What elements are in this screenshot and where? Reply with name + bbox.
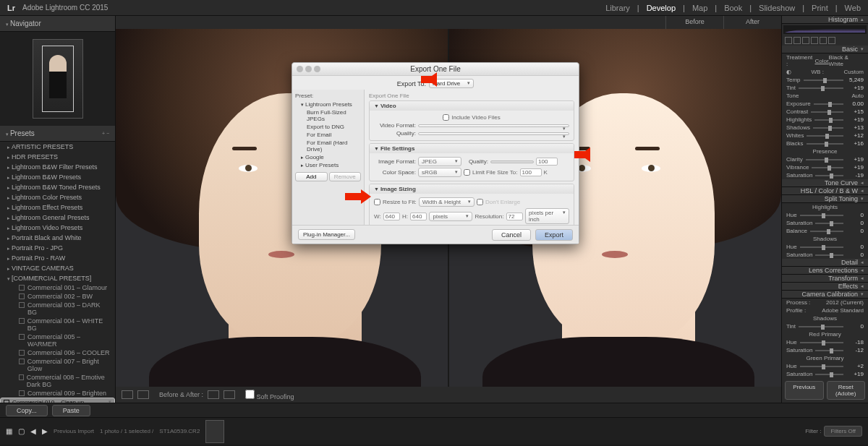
loupe-icon[interactable] xyxy=(122,390,133,399)
swap-icon[interactable] xyxy=(208,390,219,399)
crop-icon[interactable] xyxy=(785,37,792,44)
preset-item[interactable]: Commercial 005 – WARMER xyxy=(0,333,115,348)
module-develop[interactable]: Develop xyxy=(647,4,676,12)
import-label[interactable]: Previous Import xyxy=(54,428,94,434)
preset-group[interactable]: ARTISTIC PRESETS xyxy=(0,142,115,152)
tonecurve-header[interactable]: Tone Curve◂ xyxy=(782,179,868,187)
preset-item-selected[interactable]: Commercial 010 – Clean up xyxy=(0,398,115,403)
arrow-right-icon[interactable]: ▶ xyxy=(42,427,48,435)
module-book[interactable]: Book xyxy=(724,4,742,12)
radial-icon[interactable] xyxy=(820,37,827,44)
minimize-icon[interactable] xyxy=(305,66,312,72)
preset-group[interactable]: Lightroom B&W Toned Presets xyxy=(0,182,115,192)
filters-off-button[interactable]: Filters Off xyxy=(824,426,862,437)
histogram-header[interactable]: Histogram▴ xyxy=(782,16,868,24)
navigator-body[interactable] xyxy=(0,32,115,126)
cancel-button[interactable]: Cancel xyxy=(492,229,531,241)
resolution-input[interactable]: 72 xyxy=(506,213,523,220)
dialog-titlebar[interactable]: Export One File xyxy=(292,63,579,76)
module-print[interactable]: Print xyxy=(812,4,828,12)
gradient-icon[interactable] xyxy=(811,37,818,44)
unit-select[interactable]: pixels xyxy=(429,212,472,221)
preset-group[interactable]: Portrait Black and White xyxy=(0,233,115,243)
preset-group[interactable]: Lightroom Color Presets xyxy=(0,192,115,202)
preset-item[interactable]: Commercial 006 – COOLER xyxy=(0,348,115,357)
plugin-manager-button[interactable]: Plug-in Manager... xyxy=(298,229,355,240)
preset-tree-user[interactable]: User Presets xyxy=(295,161,361,169)
video-section-header[interactable]: Video xyxy=(370,101,574,111)
calibration-header[interactable]: Camera Calibration▾ xyxy=(782,291,868,299)
transform-header[interactable]: Transform◂ xyxy=(782,275,868,283)
basic-header[interactable]: Basic▾ xyxy=(782,46,868,53)
preset-group[interactable]: Portrait Pro - RAW xyxy=(0,253,115,263)
height-input[interactable]: 640 xyxy=(410,213,427,220)
preset-item[interactable]: Commercial 001 – Glamour xyxy=(0,283,115,292)
preset-group[interactable]: HDR PRESETS xyxy=(0,152,115,162)
reset-button[interactable]: Reset (Adobe) xyxy=(827,381,866,400)
file-section-header[interactable]: File Settings xyxy=(370,144,574,153)
paste-button[interactable]: Paste xyxy=(52,405,90,416)
sizing-section-header[interactable]: Image Sizing xyxy=(370,184,574,194)
redeye-icon[interactable] xyxy=(802,37,809,44)
preset-tree-item[interactable]: For Email (Hard Drive) xyxy=(295,139,361,153)
preset-tree-item[interactable]: Burn Full-Sized JPEGs xyxy=(295,108,361,123)
ppi-select[interactable]: pixels per inch xyxy=(525,208,569,224)
preset-add-button[interactable]: Add xyxy=(295,172,328,181)
preset-item[interactable]: Commercial 009 – Brighten xyxy=(0,389,115,398)
arrow-left-icon[interactable]: ◀ xyxy=(30,427,36,435)
histogram-chart[interactable] xyxy=(783,25,867,34)
navigator-thumbnail[interactable] xyxy=(33,39,83,119)
preset-group[interactable]: Lightroom Effect Presets xyxy=(0,202,115,213)
preset-item[interactable]: Commercial 002 – BW xyxy=(0,292,115,301)
preset-group-open[interactable]: [COMMERCIAL PRESETS] xyxy=(0,273,115,283)
limit-size-checkbox[interactable] xyxy=(464,169,470,176)
preset-item[interactable]: Commercial 007 – Bright Glow xyxy=(0,357,115,373)
dont-enlarge-checkbox[interactable] xyxy=(477,199,483,205)
copy-icon[interactable] xyxy=(224,390,235,399)
preset-remove-button[interactable]: Remove xyxy=(329,172,362,181)
previous-button[interactable]: Previous xyxy=(785,381,824,400)
tint-slider[interactable] xyxy=(799,87,843,89)
brush-icon[interactable] xyxy=(828,37,835,44)
preset-tree-item[interactable]: Export to DNG xyxy=(295,123,361,131)
video-quality-select[interactable] xyxy=(418,132,569,135)
preset-item[interactable]: Commercial 004 – WHITE BG xyxy=(0,317,115,333)
hsl-header[interactable]: HSL / Color / B & W◂ xyxy=(782,187,868,195)
compare-icon[interactable] xyxy=(137,390,149,399)
image-format-select[interactable]: JPEG xyxy=(418,157,461,166)
navigator-header[interactable]: ▾ Navigator xyxy=(0,16,115,32)
preset-group[interactable]: VINTAGE CAMERAS xyxy=(0,263,115,273)
secondary-icon[interactable]: ▢ xyxy=(18,427,25,435)
temp-slider[interactable] xyxy=(804,80,843,81)
zoom-icon[interactable] xyxy=(314,66,320,72)
quality-slider[interactable] xyxy=(490,160,534,163)
preset-group[interactable]: Lightroom Video Presets xyxy=(0,223,115,233)
lens-header[interactable]: Lens Corrections◂ xyxy=(782,267,868,275)
split-header[interactable]: Split Toning▾ xyxy=(782,195,868,203)
colorspace-select[interactable]: sRGB xyxy=(418,168,461,177)
eyedropper-icon[interactable]: ◐ xyxy=(786,69,791,75)
effects-header[interactable]: Effects◂ xyxy=(782,283,868,291)
quality-value[interactable]: 100 xyxy=(536,158,558,166)
preset-tree-item[interactable]: For Email xyxy=(295,131,361,139)
video-format-select[interactable] xyxy=(418,124,569,127)
module-library[interactable]: Library xyxy=(605,4,630,12)
export-button[interactable]: Export xyxy=(535,229,573,241)
spot-icon[interactable] xyxy=(793,37,801,44)
presets-header[interactable]: ▾ Presets+ − xyxy=(0,126,115,142)
preset-item[interactable]: Commercial 008 – Emotive Dark BG xyxy=(0,373,115,389)
preset-item[interactable]: Commercial 003 – DARK BG xyxy=(0,301,115,317)
detail-header[interactable]: Detail◂ xyxy=(782,259,868,267)
module-map[interactable]: Map xyxy=(692,4,707,12)
soft-proof-checkbox[interactable] xyxy=(245,390,255,399)
resize-mode-select[interactable]: Width & Height xyxy=(419,197,475,207)
resize-checkbox[interactable] xyxy=(374,199,380,205)
module-slideshow[interactable]: Slideshow xyxy=(759,4,795,12)
include-video-checkbox[interactable] xyxy=(443,114,449,121)
preset-group[interactable]: Lightroom General Presets xyxy=(0,213,115,223)
copy-button[interactable]: Copy... xyxy=(6,405,48,416)
preset-group[interactable]: Portrait Pro - JPG xyxy=(0,243,115,253)
preset-tree-google[interactable]: Google xyxy=(295,153,361,161)
export-to-select[interactable]: Hard Drive xyxy=(429,79,474,88)
preset-group[interactable]: Lightroom B&W Filter Presets xyxy=(0,162,115,172)
